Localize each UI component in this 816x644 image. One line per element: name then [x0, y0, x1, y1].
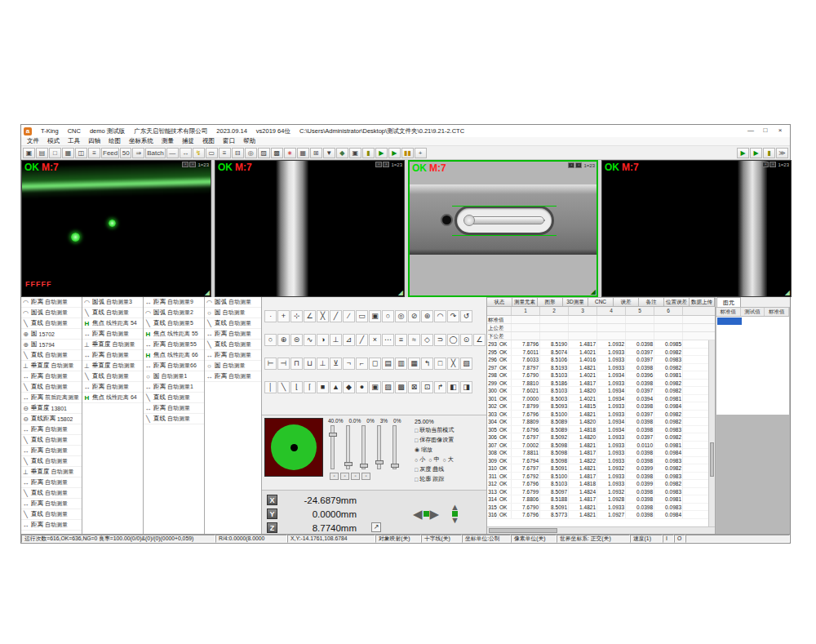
- toolbar-button[interactable]: ▤: [36, 148, 48, 158]
- toolbar-button[interactable]: ◫: [75, 148, 87, 158]
- result-row[interactable]: 311OK7.67928.51001.48171.09330.03980.098…: [487, 473, 708, 481]
- toolbar-button[interactable]: ▮: [362, 148, 375, 158]
- selected-cell[interactable]: [717, 318, 742, 325]
- result-row[interactable]: 300OK7.60218.51031.48201.09340.03970.098…: [487, 387, 708, 395]
- geometry-tool-button[interactable]: ▤: [382, 358, 394, 370]
- toolbar-button[interactable]: ◆: [336, 148, 348, 158]
- toolbar-button[interactable]: Batch: [145, 148, 165, 158]
- jog-horizontal-icon[interactable]: ◀▶: [413, 509, 439, 520]
- geometry-tool-button[interactable]: ⊡: [421, 381, 433, 393]
- geometry-tool-button[interactable]: ¬: [343, 358, 355, 370]
- slider-option-button[interactable]: ▫: [351, 473, 360, 480]
- toolbar-button[interactable]: □: [49, 148, 61, 158]
- list-item[interactable]: ○圆自动测量1: [144, 371, 204, 382]
- option-checkbox[interactable]: □灰度 曲线: [415, 465, 444, 473]
- toolbar-button[interactable]: ≫: [776, 148, 788, 158]
- camera-view-1[interactable]: OKM:7 ▫ ▫ 1=23 FFFFF ◢: [21, 160, 211, 297]
- geometry-tool-button[interactable]: □: [434, 358, 446, 370]
- geometry-tool-button[interactable]: ▲: [330, 381, 342, 393]
- geometry-tool-button[interactable]: ●: [356, 381, 368, 393]
- camera-view-3[interactable]: OKM:7 ▫ ▫ 1=23 ◢: [408, 160, 598, 297]
- geometry-tool-button[interactable]: ⊙: [460, 334, 472, 346]
- toolbar-button[interactable]: ◎: [245, 148, 257, 158]
- geometry-tool-button[interactable]: ⊥: [330, 334, 342, 346]
- geometry-tool-button[interactable]: ○: [382, 310, 394, 322]
- list-item[interactable]: ↔距离自动测量: [21, 446, 82, 456]
- list-item[interactable]: ◠圆弧自动测量2: [144, 308, 204, 318]
- menu-item[interactable]: 工具: [64, 137, 84, 145]
- result-row[interactable]: 305OK7.67968.50891.48181.09340.03980.098…: [487, 426, 708, 434]
- list-item[interactable]: ↔距离自动测量: [205, 329, 261, 340]
- geometry-tool-button[interactable]: ∿: [304, 334, 316, 346]
- result-row[interactable]: 315OK7.67908.50911.48211.09330.03980.098…: [487, 504, 708, 512]
- toolbar-button[interactable]: ▶: [737, 148, 749, 158]
- list-item[interactable]: ↔距离自动测量66: [144, 361, 204, 371]
- result-row[interactable]: 316OK7.67968.57731.48211.09270.03980.098…: [487, 511, 708, 519]
- light-slider[interactable]: [392, 425, 397, 469]
- list-item[interactable]: H焦点线性距离 64: [82, 393, 143, 403]
- list-item[interactable]: ╲直线自动测量: [21, 350, 82, 361]
- geometry-tool-button[interactable]: ⋯: [382, 334, 394, 346]
- result-row[interactable]: 302OK7.87998.50931.48151.09330.03980.098…: [487, 402, 708, 411]
- toolbar-button[interactable]: ▣: [349, 148, 361, 158]
- toolbar-button[interactable]: ∗: [284, 148, 296, 158]
- list-item[interactable]: ◠圆弧自动测量: [21, 308, 82, 318]
- result-row[interactable]: 301OK7.00008.50031.40211.09340.03940.098…: [487, 395, 708, 403]
- menu-item[interactable]: 四轴: [84, 137, 104, 145]
- list-item[interactable]: ⊥垂直度自动测量: [82, 340, 143, 350]
- toolbar-button[interactable]: ⊞: [310, 148, 322, 158]
- list-item[interactable]: H焦点线性距离 66: [144, 350, 204, 361]
- camera-view-2[interactable]: OKM:7 ▫ ▫ 1=23 ◢: [215, 160, 405, 297]
- list-item[interactable]: ⊥垂直度自动测量: [21, 361, 82, 371]
- list-item[interactable]: ↔距离自动测量55: [144, 340, 204, 350]
- list-item[interactable]: ⊥垂直度自动测量: [21, 467, 82, 477]
- list-item[interactable]: ╲直线自动测量: [144, 414, 204, 424]
- option-radio[interactable]: ○大: [442, 455, 453, 464]
- list-item[interactable]: ╲直线自动测量: [21, 488, 82, 499]
- list-item[interactable]: ↔距离自动测量: [144, 403, 204, 414]
- geometry-tool-button[interactable]: ⊻: [330, 358, 342, 370]
- geometry-tool-button[interactable]: ◻: [369, 358, 381, 370]
- camera-option-icon[interactable]: ▫: [769, 162, 776, 167]
- camera-option-icon[interactable]: ▫: [375, 162, 382, 167]
- toolbar-button[interactable]: ▦: [62, 148, 74, 158]
- geometry-tool-button[interactable]: ▣: [369, 381, 381, 393]
- list-item[interactable]: ↔距离自动测量: [82, 350, 143, 361]
- results-tab[interactable]: 图形: [538, 297, 563, 307]
- minimize-button[interactable]: —: [743, 126, 758, 136]
- list-item[interactable]: ╲直线自动测量: [21, 318, 82, 329]
- toolbar-button[interactable]: ⇒: [132, 148, 144, 158]
- list-item[interactable]: ◠圆弧自动测量: [205, 297, 261, 308]
- scrollbar-thumb[interactable]: [710, 442, 714, 477]
- toolbar-button[interactable]: —: [166, 148, 179, 158]
- geometry-tool-button[interactable]: ≡: [395, 334, 407, 346]
- menu-item[interactable]: 文件: [23, 137, 43, 145]
- list-item[interactable]: ⊕圆15794: [21, 340, 82, 350]
- toolbar-button[interactable]: ▨: [258, 148, 270, 158]
- list-item[interactable]: ↔距离前后距离测量: [21, 393, 82, 403]
- geometry-tool-button[interactable]: ⊛: [421, 310, 433, 322]
- list-item[interactable]: ↔距离自动测量: [21, 371, 82, 382]
- results-tab[interactable]: 3D测量: [563, 297, 588, 307]
- geometry-tool-button[interactable]: ◇: [421, 334, 433, 346]
- results-tab[interactable]: CNC: [588, 297, 614, 307]
- horizontal-scrollbar[interactable]: [487, 526, 715, 534]
- focus-indicator[interactable]: [264, 418, 323, 477]
- camera-option-icon[interactable]: ▫: [762, 162, 769, 167]
- geometry-tool-button[interactable]: ▧: [460, 358, 472, 370]
- geometry-tool-button[interactable]: ∙: [264, 310, 277, 322]
- slider-option-button[interactable]: ▫: [340, 473, 349, 480]
- camera-option-icon[interactable]: ▫: [182, 162, 188, 167]
- toolbar-button[interactable]: ▣: [23, 148, 35, 158]
- list-item[interactable]: H焦点线性距离 54: [82, 318, 143, 329]
- resize-grip-icon[interactable]: ◢: [205, 290, 210, 296]
- slider-thumb[interactable]: [329, 433, 337, 437]
- camera-view-4[interactable]: OKM:7 ▫ ▫ 1=23 ◢: [601, 160, 792, 297]
- light-slider[interactable]: [361, 425, 366, 469]
- list-item[interactable]: ╲直线自动测量5: [144, 318, 204, 329]
- toolbar-button[interactable]: ▼: [323, 148, 335, 158]
- list-item[interactable]: ↔距离自动测量1: [144, 382, 204, 393]
- toolbar-button[interactable]: ▮▮: [401, 148, 414, 158]
- close-button[interactable]: ×: [773, 126, 787, 136]
- slider-thumb[interactable]: [391, 464, 399, 468]
